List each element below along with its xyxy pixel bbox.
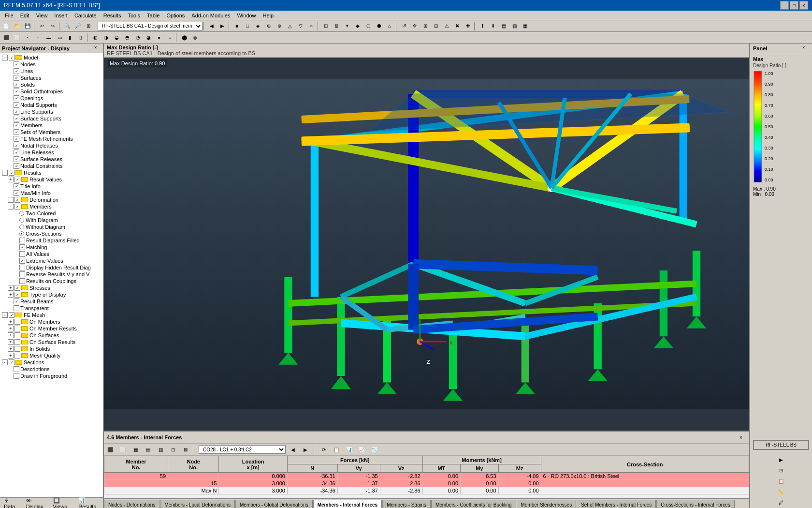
viewport[interactable]: x z z Max Design Ratio: 0.90: [104, 58, 749, 431]
tb2-btn7[interactable]: ▮: [65, 33, 75, 43]
rt-btn2[interactable]: ⬜: [118, 445, 128, 454]
display-tab[interactable]: 👁 Display: [24, 497, 47, 508]
render3-btn[interactable]: ◈: [253, 21, 263, 31]
menu-options[interactable]: Options: [163, 12, 188, 19]
tab-set-of-members---internal-forces[interactable]: Set of Members - Internal Forces: [577, 500, 656, 508]
tree-item-model[interactable]: -Model: [1, 54, 102, 61]
tree-item-surfaces[interactable]: Surfaces: [1, 75, 102, 81]
tb2-btn14[interactable]: ◕: [144, 33, 153, 43]
tb-btn6[interactable]: △: [285, 21, 295, 31]
zoom-in-btn[interactable]: 🔍: [62, 21, 72, 31]
menu-help[interactable]: Help: [260, 12, 277, 19]
menu-tools[interactable]: Tools: [125, 12, 143, 19]
tb2-btn5[interactable]: ▬: [44, 33, 54, 43]
tb2-btn12[interactable]: ◓: [122, 33, 132, 43]
rt-btn9[interactable]: 📋: [332, 445, 341, 454]
tab-members---local-deformations[interactable]: Members - Local Deformations: [160, 500, 235, 508]
tb2-btn8[interactable]: ▯: [76, 33, 86, 43]
tree-item-members-group[interactable]: -Members: [1, 203, 102, 210]
menu-addon[interactable]: Add-on Modules: [188, 12, 233, 19]
tab-members---coefficients-for-buckling[interactable]: Members - Coefficients for Buckling: [431, 500, 516, 508]
tb-btn11[interactable]: ✦: [342, 21, 352, 31]
tree-item-mesh-quality[interactable]: +Mesh Quality: [1, 352, 102, 359]
save-btn[interactable]: 💾: [23, 21, 32, 31]
tree-item-hatching[interactable]: Hatching: [1, 244, 102, 251]
tree-item-openings[interactable]: Openings: [1, 95, 102, 102]
rt-btn5[interactable]: ▥: [156, 445, 165, 454]
tb-btn7[interactable]: ▽: [296, 21, 305, 31]
tree-item-lines[interactable]: Lines: [1, 68, 102, 75]
tb-btn5[interactable]: ⊗: [275, 21, 284, 31]
tree-item-type-display[interactable]: +Type of Display: [1, 291, 102, 298]
menu-calculate[interactable]: Calculate: [72, 12, 100, 19]
data-tab[interactable]: 🗄 Data: [2, 497, 20, 508]
tb-btn13[interactable]: ⬡: [363, 21, 373, 31]
rt-btn10[interactable]: 📊: [344, 445, 354, 454]
tb2-btn17[interactable]: ⬤: [179, 33, 189, 43]
menu-file[interactable]: File: [2, 12, 16, 19]
tb2-btn6[interactable]: ▭: [55, 33, 64, 43]
scale-btn[interactable]: ⊞: [420, 21, 430, 31]
tree-item-nodal-releases[interactable]: Nodal Releases: [1, 142, 102, 149]
tb2-btn2[interactable]: ⬜: [12, 33, 22, 43]
tree-item-fe-mesh[interactable]: -FE Mesh: [1, 312, 102, 318]
rt-btn3[interactable]: ▦: [130, 445, 140, 454]
prev-btn[interactable]: ◀: [207, 21, 217, 31]
tree-item-without-diagram[interactable]: Without Diagram: [1, 224, 102, 230]
tree-item-sets-members[interactable]: Sets of Members: [1, 129, 102, 135]
tb2-btn3[interactable]: ▪: [23, 33, 32, 43]
menu-table[interactable]: Table: [144, 12, 162, 19]
tb2-btn11[interactable]: ◒: [112, 33, 121, 43]
results-table-wrapper[interactable]: MemberNo. NodeNo. Locationx [m] Forces […: [104, 456, 749, 498]
tree-item-in-solids[interactable]: +In Solids: [1, 345, 102, 352]
tb-btn22[interactable]: ▤: [499, 21, 508, 31]
results-close-btn[interactable]: ×: [736, 433, 746, 442]
tree-item-members[interactable]: Members: [1, 122, 102, 129]
tb-btn17[interactable]: ⚠: [442, 21, 451, 31]
minimize-btn[interactable]: _: [780, 1, 789, 10]
tree-item-max-min-info[interactable]: Max/Min Info: [1, 190, 102, 196]
rt-btn11[interactable]: 📈: [357, 445, 366, 454]
tree-item-nodal-supports[interactable]: Nodal Supports: [1, 102, 102, 108]
rt-btn12[interactable]: 📉: [369, 445, 379, 454]
tb-btn14[interactable]: ⬢: [374, 21, 384, 31]
tree-item-two-colored[interactable]: Two-Colored: [1, 210, 102, 217]
side-btn3[interactable]: 📋: [776, 476, 786, 486]
tab-cross-sections---internal-forces[interactable]: Cross-Sections - Internal Forces: [656, 500, 734, 508]
tree-item-on-surfaces[interactable]: +On Surfaces: [1, 332, 102, 339]
tree-item-line-supports[interactable]: Line Supports: [1, 108, 102, 115]
tb-btn9[interactable]: ⊡: [321, 21, 331, 31]
tree-item-with-diagram[interactable]: With Diagram: [1, 217, 102, 224]
tree-item-display-hidden[interactable]: Display Hidden Result Diag: [1, 264, 102, 271]
tree-item-deformation[interactable]: -Deformation: [1, 196, 102, 203]
menu-window[interactable]: Window: [234, 12, 259, 19]
tb-btn23[interactable]: ▥: [509, 21, 519, 31]
tree-item-on-member-results[interactable]: +On Member Results: [1, 325, 102, 332]
tb-btn24[interactable]: ▦: [520, 21, 530, 31]
tab-member-slendernesses[interactable]: Member Slendernesses: [517, 500, 577, 508]
rt-btn1[interactable]: ⬛: [105, 445, 115, 454]
tb-btn4[interactable]: ⊕: [264, 21, 274, 31]
tree-item-solids[interactable]: Solids: [1, 81, 102, 88]
tb-btn10[interactable]: ⊠: [332, 21, 341, 31]
tb2-btn13[interactable]: ◔: [133, 33, 143, 43]
open-btn[interactable]: 📂: [12, 21, 22, 31]
tree-item-result-beams[interactable]: Result Beams: [1, 298, 102, 305]
menu-insert[interactable]: Insert: [51, 12, 71, 19]
tb2-btn16[interactable]: ○: [165, 33, 174, 43]
tree-item-cross-sections[interactable]: Cross-Sections: [1, 230, 102, 237]
table-row[interactable]: 153.000-34.36-1.37-2.860.000.000.00: [104, 480, 749, 487]
tree-item-stresses[interactable]: +Stresses: [1, 284, 102, 291]
tb2-btn15[interactable]: ●: [154, 33, 164, 43]
module-dropdown[interactable]: RF-STEEL BS CA1 - Design of steel mem: [98, 22, 203, 30]
tree-item-results-couplings[interactable]: Results on Couplings: [1, 278, 102, 284]
rt-btn8[interactable]: ⟳: [319, 445, 329, 454]
tree-item-transparent[interactable]: Transparent: [1, 305, 102, 312]
tab-members---global-deformations[interactable]: Members - Global Deformations: [235, 500, 313, 508]
tree-item-surface-releases[interactable]: Surface Releases: [1, 156, 102, 163]
views-tab[interactable]: 🔲 Views: [51, 497, 73, 508]
next-btn[interactable]: ▶: [218, 21, 227, 31]
tree-item-on-surface-results[interactable]: +On Surface Results: [1, 339, 102, 345]
tree-item-nodes[interactable]: Nodes: [1, 61, 102, 68]
undo-btn[interactable]: ↩: [37, 21, 47, 31]
